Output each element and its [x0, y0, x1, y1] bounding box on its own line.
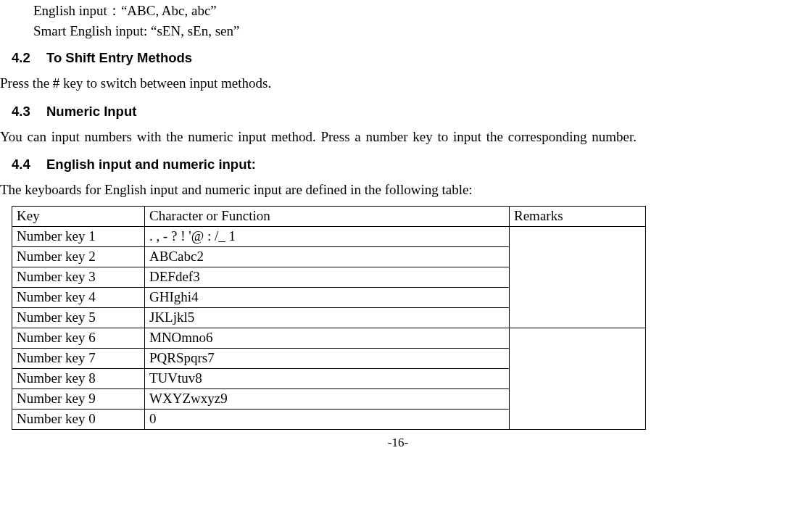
cell-char: ABCabc2	[145, 246, 510, 267]
heading-4-4-num: 4.4	[12, 157, 46, 173]
cell-char: MNOmno6	[145, 328, 510, 348]
english-input-value: “ABC, Abc, abc”	[121, 3, 217, 18]
heading-4-3-title: Numeric Input	[46, 104, 136, 119]
cell-key: Number key 2	[12, 246, 145, 267]
body-4-2: Press the # key to switch between input …	[0, 73, 796, 93]
cell-key: Number key 4	[12, 287, 145, 307]
cell-char: DEFdef3	[145, 267, 510, 287]
heading-4-4-title: English input and numeric input:	[46, 157, 256, 172]
heading-4-3-num: 4.3	[12, 104, 46, 120]
smart-english-label: Smart English input:	[33, 23, 147, 38]
cell-char: . , - ? ! '@ : /_ 1	[145, 226, 510, 246]
cell-key: Number key 9	[12, 388, 145, 409]
table-header-row: Key Character or Function Remarks	[12, 206, 646, 226]
cell-key: Number key 0	[12, 409, 145, 429]
cell-key: Number key 3	[12, 267, 145, 287]
english-input-line: English input：“ABC, Abc, abc”	[0, 1, 796, 20]
page-footer: -16-	[0, 436, 796, 450]
heading-4-2-title: To Shift Entry Methods	[46, 50, 192, 65]
col-header-remarks: Remarks	[510, 206, 646, 226]
table-row: Number key 6 MNOmno6	[12, 328, 646, 348]
table-row: Number key 1 . , - ? ! '@ : /_ 1	[12, 226, 646, 246]
keymap-table: Key Character or Function Remarks Number…	[12, 206, 646, 430]
english-input-label: English input	[33, 3, 107, 18]
col-header-key: Key	[12, 206, 145, 226]
cell-key: Number key 5	[12, 307, 145, 328]
heading-4-2: 4.2To Shift Entry Methods	[0, 50, 796, 66]
cell-char: GHIghi4	[145, 287, 510, 307]
cell-char: JKLjkl5	[145, 307, 510, 328]
cell-char: 0	[145, 409, 510, 429]
cell-key: Number key 6	[12, 328, 145, 348]
cell-char: WXYZwxyz9	[145, 388, 510, 409]
cell-key: Number key 1	[12, 226, 145, 246]
body-4-3: You can input numbers with the numeric i…	[0, 127, 796, 147]
cell-char: PQRSpqrs7	[145, 348, 510, 368]
cell-key: Number key 7	[12, 348, 145, 368]
smart-english-input-line: Smart English input: “sEN, sEn, sen”	[0, 22, 796, 41]
smart-english-value: “sEN, sEn, sen”	[151, 23, 239, 38]
english-input-sep: ：	[107, 3, 121, 18]
cell-remarks-group1	[510, 226, 646, 328]
heading-4-2-num: 4.2	[12, 50, 46, 66]
heading-4-4: 4.4English input and numeric input:	[0, 157, 796, 173]
page-number: -16-	[388, 436, 408, 449]
cell-char: TUVtuv8	[145, 368, 510, 388]
col-header-char: Character or Function	[145, 206, 510, 226]
cell-key: Number key 8	[12, 368, 145, 388]
document-page: English input：“ABC, Abc, abc” Smart Engl…	[0, 1, 796, 454]
body-4-4: The keyboards for English input and nume…	[0, 180, 796, 200]
heading-4-3: 4.3Numeric Input	[0, 104, 796, 120]
cell-remarks-group2	[510, 328, 646, 429]
